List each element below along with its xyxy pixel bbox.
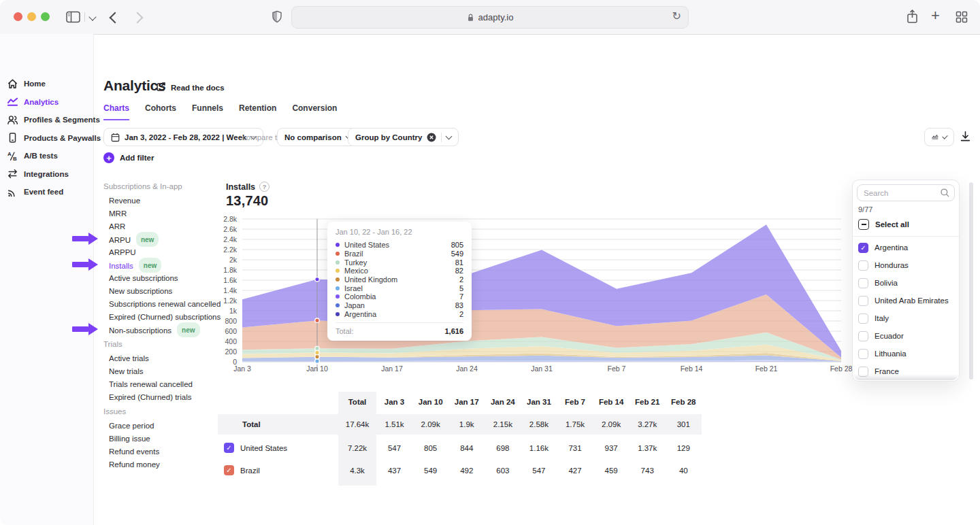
select-all-label: Select all: [875, 220, 909, 228]
sidebar-item-a-b-tests[interactable]: ABA/B tests: [0, 147, 93, 165]
zoom-window-button[interactable]: [41, 12, 50, 21]
table-cell: 2.58k: [521, 420, 557, 428]
metric-grace-period[interactable]: Grace period: [103, 418, 223, 431]
tab-retention[interactable]: Retention: [239, 103, 276, 120]
sidebar-item-label: Event feed: [24, 188, 63, 196]
add-filter-button[interactable]: + Add filter: [103, 152, 154, 163]
forward-button[interactable]: [132, 12, 144, 24]
checkbox-argentina[interactable]: ✓: [858, 243, 868, 253]
column-header-feb-14: Feb 14: [593, 398, 630, 406]
comparison-label: No comparison: [284, 133, 342, 141]
x-tick-label: Feb 7: [596, 365, 637, 373]
tooltip-series-name: Argentina: [344, 310, 459, 318]
address-bar[interactable]: adapty.io ↻: [291, 6, 689, 29]
sidebar-item-analytics[interactable]: Analytics: [0, 93, 93, 112]
checkbox-united-arab-emirates[interactable]: [858, 296, 868, 306]
metrics-section-title: Issues: [103, 405, 223, 418]
country-row-ecuador[interactable]: Ecuador: [858, 327, 953, 345]
country-row-united-arab-emirates[interactable]: United Arab Emirates: [858, 292, 953, 309]
remove-group-icon[interactable]: [427, 133, 436, 142]
country-row-honduras[interactable]: Honduras: [858, 256, 953, 274]
date-range-picker[interactable]: Jan 3, 2022 - Feb 28, 2022 | Week: [103, 128, 263, 146]
metric-billing-issue[interactable]: Billing issue: [103, 431, 223, 444]
checkbox-brazil[interactable]: ✓: [224, 465, 234, 475]
table-row-brazil: ✓Brazil4.3k43754949260354742745974340: [218, 460, 702, 480]
country-row-italy[interactable]: Italy: [858, 309, 953, 327]
tooltip-series-value: 2: [459, 310, 463, 318]
checkbox-lithuania[interactable]: [858, 349, 868, 359]
metric-refund-events[interactable]: Refund events: [103, 444, 223, 457]
tooltip-series-name: Brazil: [344, 250, 451, 258]
country-label: Argentina: [875, 243, 908, 252]
chevron-down-icon: [942, 133, 947, 139]
x-tick-label: Feb 21: [746, 365, 787, 373]
sidebar-item-label: Home: [24, 80, 46, 88]
sidebar-item-event-feed[interactable]: Event feed: [0, 183, 93, 201]
reload-icon[interactable]: ↻: [672, 10, 681, 22]
new-tab-icon[interactable]: +: [931, 7, 940, 24]
tab-cohorts[interactable]: Cohorts: [145, 103, 176, 120]
download-icon[interactable]: [960, 131, 971, 142]
comparison-select[interactable]: No comparison: [277, 128, 359, 146]
country-label: Italy: [875, 314, 889, 322]
x-tick-label: Jan 24: [446, 365, 487, 373]
y-tick-label: 2.2k: [203, 245, 237, 254]
group-by-select[interactable]: Group by Country: [348, 128, 459, 146]
metric-revenue[interactable]: Revenue: [103, 193, 223, 206]
help-icon[interactable]: ?: [259, 182, 270, 192]
table-cell: 549: [412, 467, 448, 475]
minimize-window-button[interactable]: [27, 12, 36, 21]
tab-funnels[interactable]: Funnels: [192, 103, 223, 120]
sidebar-item-home[interactable]: Home: [0, 75, 93, 93]
chevron-down-icon[interactable]: [88, 13, 96, 20]
checkbox-ecuador[interactable]: [858, 331, 868, 341]
pointer-arrow: [72, 233, 98, 245]
sidebar-toggle-icon[interactable]: [66, 11, 80, 23]
table-cell: 40: [666, 467, 702, 475]
checkbox-italy[interactable]: [858, 314, 868, 324]
close-window-button[interactable]: [14, 12, 22, 21]
indeterminate-checkbox[interactable]: [858, 219, 869, 230]
tooltip-row-argentina: Argentina2: [336, 310, 463, 319]
sidebar-item-label: A/B tests: [24, 152, 58, 160]
country-row-bolivia[interactable]: Bolivia: [858, 274, 953, 292]
table-cell: 459: [593, 467, 630, 475]
series-dot: [336, 277, 340, 282]
table-cell: 301: [666, 420, 702, 428]
metric-label: Billing issue: [109, 435, 150, 443]
metric-refund-money[interactable]: Refund money: [103, 457, 223, 470]
metric-expired-churned-trials[interactable]: Expired (Churned) trials: [103, 390, 223, 403]
chart-type-select[interactable]: [924, 128, 954, 146]
x-tick-label: Jan 10: [297, 365, 338, 373]
tab-overview-icon[interactable]: [956, 11, 968, 23]
metric-label: Installs: [109, 262, 133, 270]
sidebar-item-profiles-segments[interactable]: Profiles & Segments: [0, 111, 93, 129]
share-icon[interactable]: [906, 9, 918, 24]
metric-label: Grace period: [109, 422, 154, 430]
checkbox-united-states[interactable]: ✓: [224, 443, 234, 453]
select-all-toggle[interactable]: Select all: [858, 219, 953, 230]
country-filter-panel: 9/77 Select all ✓ArgentinaHondurasBolivi…: [852, 180, 960, 382]
table-cell: 844: [448, 444, 485, 452]
back-button[interactable]: [110, 12, 121, 24]
panel-scrollbar[interactable]: [969, 182, 973, 379]
tooltip-series-value: 82: [455, 267, 463, 275]
y-tick-label: 1.4k: [203, 286, 237, 294]
sidebar-item-integrations[interactable]: Integrations: [0, 165, 93, 184]
checkbox-honduras[interactable]: [858, 260, 868, 271]
read-the-docs-link[interactable]: Read the docs: [171, 84, 225, 92]
table-cell: 937: [593, 444, 630, 452]
tooltip-series-name: United Kingdom: [344, 275, 459, 284]
metric-trials-renewal-cancelled[interactable]: Trials renewal cancelled: [103, 377, 223, 390]
shield-icon[interactable]: [272, 10, 282, 24]
tab-charts[interactable]: Charts: [103, 103, 129, 120]
checkbox-bolivia[interactable]: [858, 278, 868, 288]
country-row-lithuania[interactable]: Lithuania: [858, 345, 953, 362]
search-icon: [940, 188, 950, 198]
external-link-icon[interactable]: [156, 82, 166, 92]
tab-conversion[interactable]: Conversion: [292, 103, 337, 120]
country-row-argentina[interactable]: ✓Argentina: [858, 239, 953, 256]
sidebar-item-products-paywalls[interactable]: Products & Paywalls: [0, 129, 93, 148]
metric-label: ARPPU: [109, 248, 136, 256]
y-tick-label: 2k: [203, 256, 237, 264]
